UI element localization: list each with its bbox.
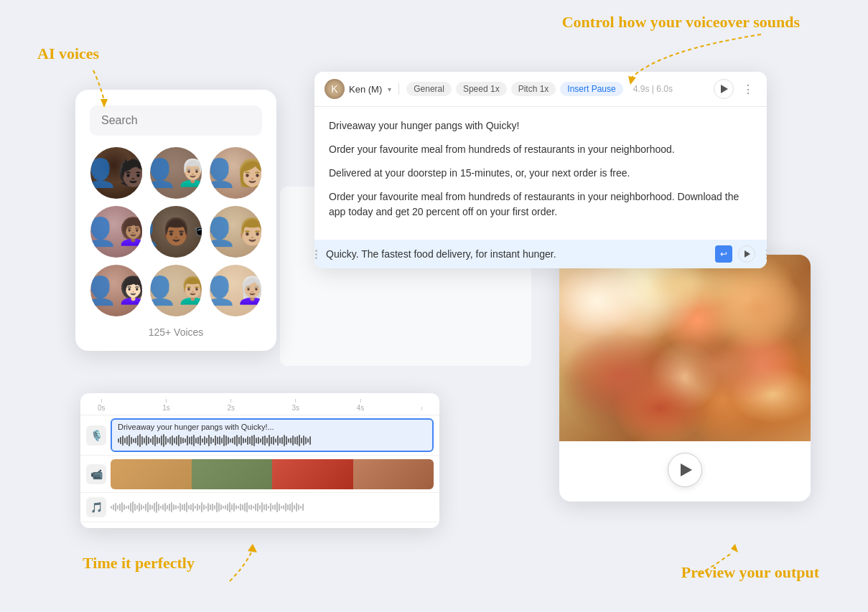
ruler-marks: 0s 1s 2s 3s 4s	[89, 399, 431, 412]
music-track: 🎵	[80, 493, 439, 522]
tag-insert-pause[interactable]: Insert Pause	[560, 82, 622, 96]
time-display: 4.9s | 6.0s	[633, 84, 673, 94]
audio-clip-label: Driveaway your hunger pangs with Quicky!…	[118, 423, 426, 431]
annotation-time-it: Time it perfectly	[83, 554, 195, 573]
voiceover-panel: K Ken (M) ▾ General Speed 1x Pitch 1x In…	[314, 72, 767, 268]
timeline-ruler: 0s 1s 2s 3s 4s	[80, 393, 439, 415]
music-waveform	[111, 496, 434, 519]
avatar-1[interactable]: 🧑🏿	[90, 147, 142, 199]
avatar-3[interactable]: 👩🏼	[210, 147, 261, 199]
ruler-4s: 4s	[357, 399, 365, 412]
music-icon: 🎵	[86, 497, 106, 517]
play-icon	[721, 85, 728, 93]
voices-panel: 🧑🏿 👨🏼‍🦳 👩🏼 👩🏽‍🦱 👨🏾‍🕶️ 👨🏼 👩🏻‍🦱 👨🏼‍🦱 👩🏼‍🦳 …	[75, 90, 276, 351]
preview-panel	[559, 255, 811, 502]
video-clip-1[interactable]	[111, 459, 192, 489]
voiceover-content: Driveaway your hunger pangs with Quicky!…	[314, 107, 767, 240]
avatar-5[interactable]: 👨🏾‍🕶️	[150, 206, 202, 258]
video-track: 📹	[80, 456, 439, 493]
voiceover-line-4: Order your favourite meal from hundreds …	[329, 189, 752, 220]
annotation-control-voiceover: Control how your voiceover sounds	[562, 13, 800, 32]
row-play-button[interactable]	[738, 245, 755, 263]
voice-grid: 🧑🏿 👨🏼‍🦳 👩🏼 👩🏽‍🦱 👨🏾‍🕶️ 👨🏼 👩🏻‍🦱 👨🏼‍🦱 👩🏼‍🦳	[90, 147, 262, 316]
video-clip-4[interactable]	[353, 459, 434, 489]
ruler-2s: 2s	[227, 399, 235, 412]
svg-marker-3	[731, 544, 738, 552]
mic-icon: 🎙️	[86, 425, 106, 446]
avatar-8[interactable]: 👨🏼‍🦱	[150, 265, 202, 316]
video-icon: 📹	[86, 464, 106, 484]
play-button[interactable]	[714, 79, 734, 99]
video-clip-2[interactable]	[192, 459, 273, 489]
voiceover-line-3: Delivered at your doorstep in 15-minutes…	[329, 166, 752, 181]
speaker-dropdown-icon[interactable]: ▾	[388, 85, 391, 93]
ruler-3s: 3s	[292, 399, 300, 412]
voiceover-line-2: Order your favourite meal from hundreds …	[329, 142, 752, 157]
svg-marker-2	[248, 544, 257, 552]
avatar-6[interactable]: 👨🏼	[210, 206, 261, 258]
avatar-4[interactable]: 👩🏽‍🦱	[90, 206, 142, 258]
audio-clip-1[interactable]: Driveaway your hunger pangs with Quicky!…	[111, 418, 434, 452]
speaker-name: Ken (M)	[349, 84, 382, 95]
preview-play-icon	[681, 463, 692, 476]
timeline-panel: 0s 1s 2s 3s 4s 🎙️	[80, 393, 439, 528]
annotation-preview-output: Preview your output	[681, 563, 819, 582]
highlighted-line-row: Quicky. The fastest food delivery, for i…	[314, 240, 767, 268]
audio-track-1: 🎙️ Driveaway your hunger pangs with Quic…	[80, 415, 439, 456]
voiceover-toolbar: K Ken (M) ▾ General Speed 1x Pitch 1x In…	[314, 72, 767, 107]
voices-count-label: 125+ Voices	[90, 326, 262, 338]
ruler-end	[421, 407, 422, 412]
tag-pitch[interactable]: Pitch 1x	[511, 82, 556, 96]
voiceover-line-1: Driveaway your hunger pangs with Quicky!	[329, 118, 752, 133]
tag-general[interactable]: General	[406, 82, 452, 96]
annotation-ai-voices: AI voices	[37, 44, 99, 63]
highlighted-row-icons: ↩ ⋮	[715, 245, 767, 263]
ruler-0s: 0s	[98, 399, 106, 412]
avatar-9[interactable]: 👩🏼‍🦳	[210, 265, 261, 316]
highlighted-line-text: Quicky. The fastest food delivery, for i…	[326, 248, 709, 260]
preview-overlay	[559, 441, 811, 487]
video-clip-row	[111, 459, 434, 489]
add-to-queue-button[interactable]: ↩	[715, 245, 732, 263]
tag-speed[interactable]: Speed 1x	[456, 82, 507, 96]
more-options-icon[interactable]: ⋮	[739, 83, 757, 96]
search-input[interactable]	[90, 105, 262, 136]
preview-play-button[interactable]	[668, 453, 702, 487]
video-clip-3[interactable]	[272, 459, 353, 489]
preview-image	[559, 255, 811, 441]
toolbar-divider	[398, 83, 399, 95]
avatar-7[interactable]: 👩🏻‍🦱	[90, 265, 142, 316]
speaker-avatar: K	[325, 79, 345, 99]
avatar-2[interactable]: 👨🏼‍🦳	[150, 147, 202, 199]
row-more-icon[interactable]: ⋮	[761, 248, 767, 261]
ruler-1s: 1s	[162, 399, 170, 412]
waveform-1	[118, 433, 426, 448]
